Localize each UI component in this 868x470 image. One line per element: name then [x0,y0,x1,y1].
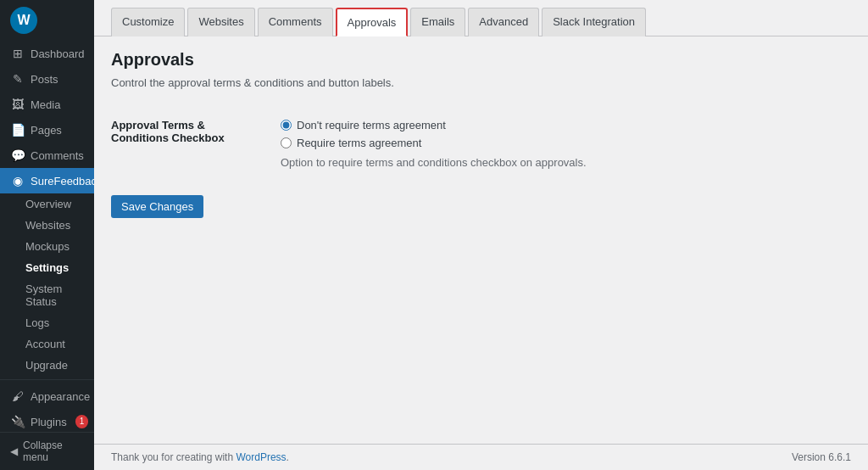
footer: Thank you for creating with WordPress. V… [94,444,868,470]
wordpress-link[interactable]: WordPress [236,451,286,463]
posts-icon: ✎ [10,72,25,86]
tab-approvals[interactable]: Approvals [336,8,409,36]
sidebar-logo: W [0,0,94,41]
sidebar-item-media[interactable]: 🖼 Media [0,92,94,117]
sidebar-item-label: Pages [31,124,62,137]
subnav-item-upgrade[interactable]: Upgrade [0,355,94,376]
page-description: Control the approval terms & conditions … [111,76,851,89]
sidebar-item-dashboard[interactable]: ⊞ Dashboard [0,41,94,66]
sidebar-item-plugins[interactable]: 🔌 Plugins 1 [0,409,94,432]
settings-form-table: Approval Terms & Conditions Checkbox Don… [111,106,851,182]
surefeedback-icon: ◉ [10,174,25,187]
sidebar-item-label: Comments [31,149,84,162]
subnav-item-account[interactable]: Account [0,333,94,355]
sidebar-item-appearance[interactable]: 🖌 Appearance [0,383,94,409]
radio-no-require-input[interactable] [281,120,292,131]
subnav-item-system-status[interactable]: System Status [0,278,94,312]
sidebar-item-label: Appearance [31,390,90,403]
tab-comments[interactable]: Comments [258,8,333,36]
sidebar-item-label: Media [31,98,60,111]
sidebar-item-surefeedback[interactable]: ◉ SureFeedback [0,168,94,193]
sidebar: W ⊞ Dashboard ✎ Posts 🖼 Media 📄 Pages 💬 … [0,0,94,470]
tab-customize[interactable]: Customize [111,8,185,36]
content-area: Approvals Control the approval terms & c… [94,36,868,444]
wordpress-logo-icon: W [10,7,37,34]
dashboard-icon: ⊞ [10,47,25,60]
help-text: Option to require terms and conditions c… [281,156,851,169]
sidebar-item-label: Dashboard [31,48,85,60]
media-icon: 🖼 [10,98,25,111]
collapse-label: Collapse menu [23,439,84,463]
table-row: Approval Terms & Conditions Checkbox Don… [111,106,851,182]
subnav-item-websites[interactable]: Websites [0,215,94,236]
subnav: Overview Websites Mockups Settings Syste… [0,193,94,376]
appearance-icon: 🖌 [10,389,25,403]
nav-items: ⊞ Dashboard ✎ Posts 🖼 Media 📄 Pages 💬 Co… [0,41,94,432]
section-divider [0,379,94,380]
version-text: Version 6.6.1 [792,451,851,463]
main-content: Customize Websites Comments Approvals Em… [94,0,868,470]
collapse-menu-button[interactable]: ◀ Collapse menu [0,432,94,470]
subnav-item-settings[interactable]: Settings [0,257,94,278]
tabs-bar: Customize Websites Comments Approvals Em… [94,0,868,36]
collapse-icon: ◀ [10,445,18,457]
subnav-item-overview[interactable]: Overview [0,193,94,215]
sidebar-item-comments[interactable]: 💬 Comments [0,143,94,168]
subnav-item-mockups[interactable]: Mockups [0,236,94,257]
tab-slack-integration[interactable]: Slack Integration [542,8,646,36]
footer-text: Thank you for creating with WordPress. [111,451,289,463]
sidebar-item-posts[interactable]: ✎ Posts [0,66,94,92]
radio-group: Don't require terms agreement Require te… [281,119,851,149]
page-title: Approvals [111,50,851,70]
comments-icon: 💬 [10,148,25,162]
tab-websites[interactable]: Websites [187,8,254,36]
plugins-icon: 🔌 [10,415,25,428]
radio-require[interactable]: Require terms agreement [281,137,851,149]
field-value: Don't require terms agreement Require te… [281,106,851,182]
pages-icon: 📄 [10,123,25,137]
sidebar-item-label: Posts [31,73,58,86]
tab-emails[interactable]: Emails [410,8,465,36]
radio-require-input[interactable] [281,137,292,148]
sidebar-item-label: Plugins [31,416,67,428]
sidebar-item-pages[interactable]: 📄 Pages [0,117,94,143]
radio-no-require[interactable]: Don't require terms agreement [281,119,851,131]
sidebar-item-label: SureFeedback [31,175,94,187]
tab-advanced[interactable]: Advanced [468,8,539,36]
field-label: Approval Terms & Conditions Checkbox [111,106,281,182]
save-changes-button[interactable]: Save Changes [111,195,203,218]
plugins-badge: 1 [75,415,89,428]
subnav-item-logs[interactable]: Logs [0,312,94,333]
